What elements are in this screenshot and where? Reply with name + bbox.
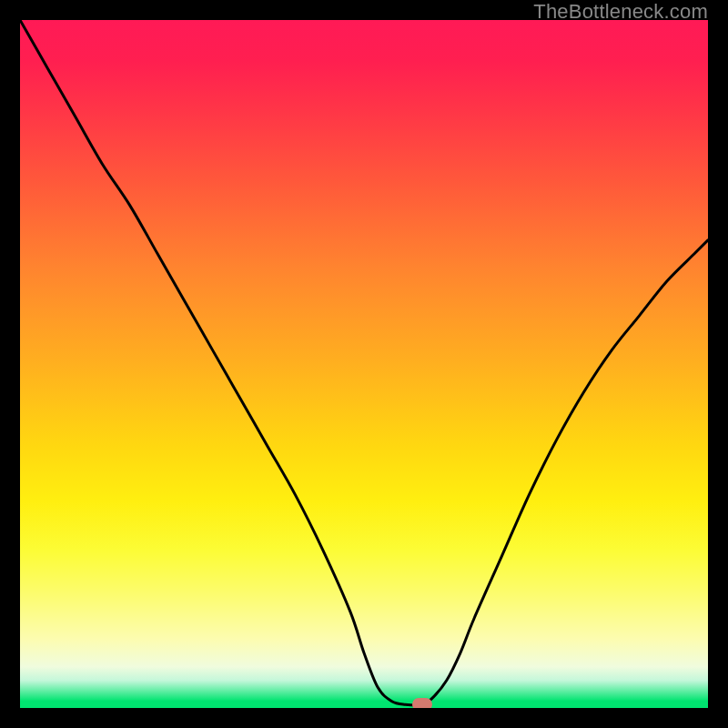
curve-layer (20, 20, 708, 708)
chart-frame: TheBottleneck.com (0, 0, 728, 728)
bottleneck-curve (20, 20, 708, 705)
watermark-label: TheBottleneck.com (533, 0, 708, 24)
plot-area (20, 20, 708, 708)
optimal-marker-icon (412, 698, 432, 708)
